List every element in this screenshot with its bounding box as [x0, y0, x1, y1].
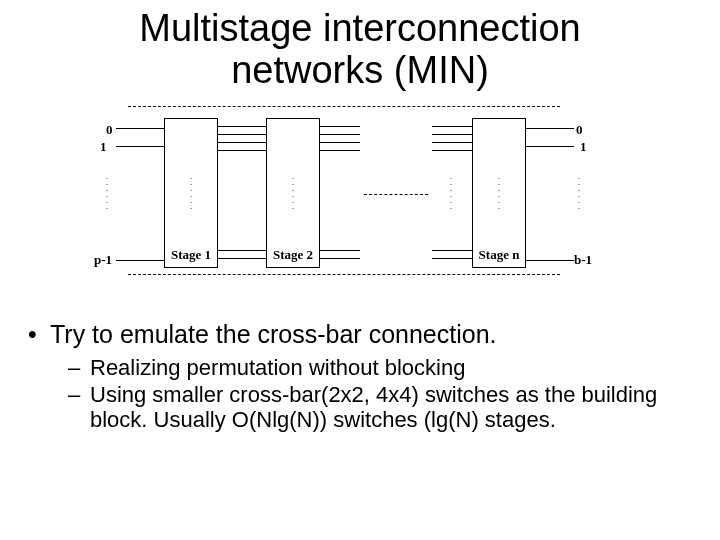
right-port-last-label: b-1: [574, 252, 592, 268]
wire-sn-in-d: [432, 150, 472, 151]
wire-in-1: [116, 146, 164, 147]
title-line-2: networks (MIN): [231, 49, 489, 91]
wire-in-0: [116, 128, 164, 129]
slide-title: Multistage interconnection networks (MIN…: [0, 8, 720, 92]
left-port-last-label: p-1: [94, 252, 112, 268]
wire-s1-s2-e: [218, 250, 266, 251]
right-port-0-label: 0: [576, 122, 583, 138]
diagram-border-bottom: [128, 274, 560, 275]
stage-1-vdots: . . . . . .: [165, 174, 217, 210]
wire-s2-out-d: [320, 150, 360, 151]
bullet-2b: Using smaller cross-bar(2x2, 4x4) switch…: [28, 382, 692, 433]
wire-s1-s2-b: [218, 134, 266, 135]
wire-s2-out-a: [320, 126, 360, 127]
stage-n-label: Stage n: [473, 247, 525, 263]
wire-sn-in-e: [432, 250, 472, 251]
wire-sn-in-a: [432, 126, 472, 127]
min-diagram: 0 1 . . . . . . p-1 . . . . . . Stage 1 …: [108, 104, 580, 304]
wire-out-0: [526, 128, 574, 129]
title-line-1: Multistage interconnection: [139, 7, 580, 49]
left-port-0-label: 0: [106, 122, 113, 138]
bullet-1: Try to emulate the cross-bar connection.: [28, 320, 692, 349]
wire-s2-out-c: [320, 142, 360, 143]
wire-s1-s2-c: [218, 142, 266, 143]
left-vdots: . . . . . .: [106, 174, 108, 210]
slide: Multistage interconnection networks (MIN…: [0, 0, 720, 540]
wire-out-last: [526, 260, 574, 261]
right-vdots: . . . . . .: [578, 174, 580, 210]
stage-2-vdots: . . . . . .: [267, 174, 319, 210]
wire-sn-in-c: [432, 142, 472, 143]
bullet-list: Try to emulate the cross-bar connection.…: [28, 320, 692, 435]
diagram-border-top: [128, 106, 560, 107]
bullet-2a: Realizing permutation without blocking: [28, 355, 692, 380]
wire-s2-out-b: [320, 134, 360, 135]
right-port-1-label: 1: [580, 139, 587, 155]
stage-ellipsis: [364, 194, 428, 195]
wire-s2-out-f: [320, 258, 360, 259]
wire-s1-s2-a: [218, 126, 266, 127]
pre-sn-vdots: . . . . . .: [450, 174, 452, 210]
stage-n-vdots: . . . . . .: [473, 174, 525, 210]
wire-sn-in-f: [432, 258, 472, 259]
wire-s2-out-e: [320, 250, 360, 251]
wire-in-last: [116, 260, 164, 261]
wire-out-1: [526, 146, 574, 147]
stage-n-box: . . . . . . Stage n: [472, 118, 526, 268]
wire-s1-s2-d: [218, 150, 266, 151]
stage-1-box: . . . . . . Stage 1: [164, 118, 218, 268]
wire-sn-in-b: [432, 134, 472, 135]
wire-s1-s2-f: [218, 258, 266, 259]
stage-2-box: . . . . . . Stage 2: [266, 118, 320, 268]
stage-1-label: Stage 1: [165, 247, 217, 263]
stage-2-label: Stage 2: [267, 247, 319, 263]
left-port-1-label: 1: [100, 139, 107, 155]
